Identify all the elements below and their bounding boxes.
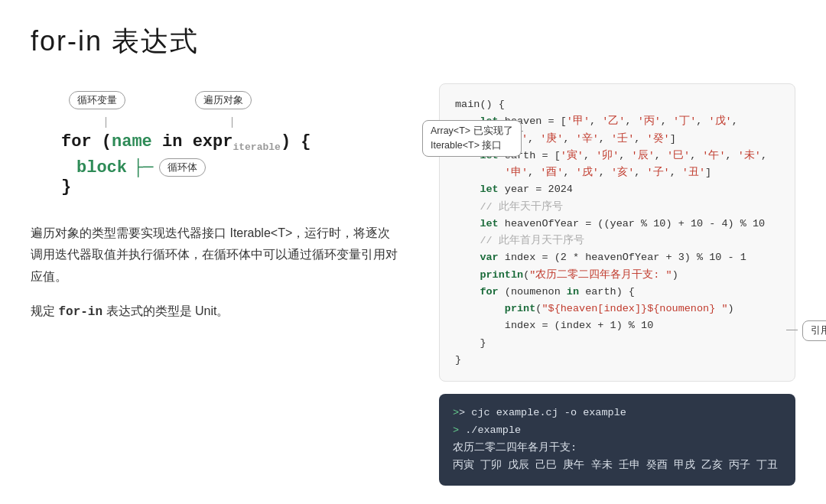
label-block-body: 循环体 [159,158,206,177]
code-annotation-wrapper: Array<T> 已实现了 Iterable<T> 接口 引用循环变量 main… [428,83,795,382]
terminal-panel: >> cjc example.cj -o example > ./example… [439,394,795,486]
closing-brace: } [61,177,398,197]
description-text: 遍历对象的类型需要实现迭代器接口 Iterable<T>，运行时，将逐次调用迭代… [31,223,398,288]
ref-connector-h [786,330,798,330]
for-keyword: for [61,132,92,151]
label-iterable-obj: 遍历对象 [195,91,252,109]
page-title: for-in 表达式 [31,23,795,60]
block-line: block ├─ 循环体 [76,158,398,177]
label-loop-var: 循环变量 [69,91,125,109]
main-layout: 循环变量 遍历对象 for (name in expriterable) { b… [31,83,795,486]
diagram-labels: 循环变量 遍历对象 [46,91,398,114]
annotation-array: Array<T> 已实现了 Iterable<T> 接口 [422,120,522,157]
left-panel: 循环变量 遍历对象 for (name in expriterable) { b… [31,83,398,324]
rule-text: 规定 for-in 表达式的类型是 Unit。 [31,301,398,324]
for-syntax-line: for (name in expriterable) { [61,131,398,155]
terminal-content: >> cjc example.cj -o example > ./example… [453,405,782,475]
name-var: name [112,132,152,151]
forin-keyword: for-in [58,305,102,319]
right-panel: Array<T> 已实现了 Iterable<T> 接口 引用循环变量 main… [428,83,795,486]
syntax-diagram: 循环变量 遍历对象 for (name in expriterable) { b… [31,83,398,204]
annotation-ref: 引用循环变量 [802,320,826,341]
